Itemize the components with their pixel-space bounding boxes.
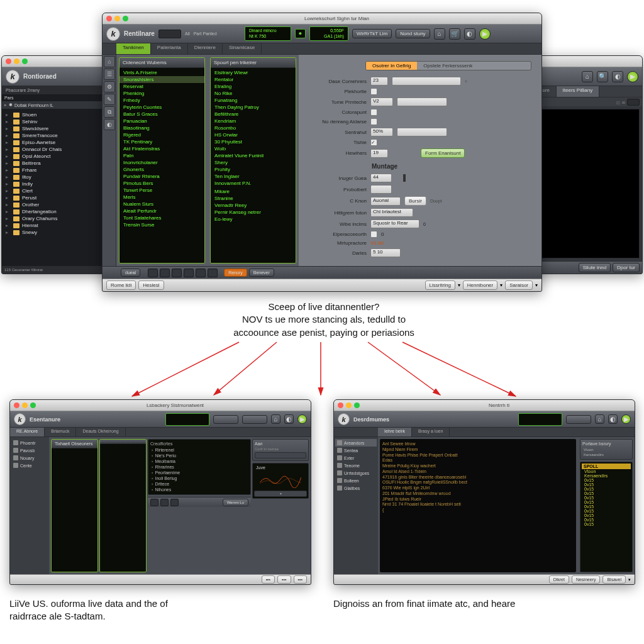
sb-r0[interactable]: Lissritring bbox=[425, 280, 455, 290]
col-right-list[interactable]: Eisitrary WiewrRentalorEtralingNo RikeFu… bbox=[211, 68, 296, 263]
close-icon[interactable] bbox=[106, 16, 112, 21]
inp-f1[interactable]: 23 bbox=[370, 77, 388, 86]
bgr-btn-0[interactable]: Sliute innd bbox=[579, 263, 611, 272]
inp-f1b[interactable] bbox=[392, 77, 461, 86]
bl-sidebar[interactable]: PhoentrPavosbNouaryCente bbox=[10, 437, 49, 574]
col-left-list[interactable]: Vints A.FriseireSnorashislersReservatPhe… bbox=[119, 68, 204, 263]
clist-left-item[interactable]: Trensin Surse bbox=[119, 221, 204, 228]
inp-f6b[interactable] bbox=[397, 128, 447, 136]
clist-left-item[interactable]: Batur S Graces bbox=[119, 111, 204, 118]
inp-f3[interactable]: V2 bbox=[370, 97, 393, 106]
bl-tb[interactable] bbox=[160, 499, 169, 506]
br-side-item[interactable]: Exter bbox=[335, 454, 377, 462]
clist-right-item[interactable]: Pernir Kanseg netrer bbox=[211, 209, 296, 216]
clist-right-item[interactable]: Innovament P.N. bbox=[211, 180, 296, 187]
bl-dropdown[interactable]: ▾ bbox=[254, 491, 307, 497]
bl-side-item[interactable]: Phoentr bbox=[11, 439, 48, 447]
bl-colA-list[interactable] bbox=[52, 448, 97, 572]
bl-list-item[interactable]: ▪Nihones bbox=[150, 487, 248, 492]
bl-colA-item[interactable] bbox=[52, 474, 97, 475]
strip-icon[interactable]: ⌂ bbox=[104, 56, 115, 67]
br-hist-item[interactable]: Vtoon bbox=[582, 469, 631, 474]
clist-left-item[interactable]: Phenking bbox=[119, 90, 204, 97]
bgr-tab-2[interactable]: Iteers PiBany bbox=[557, 86, 600, 97]
chk-f7[interactable]: ✓ bbox=[370, 139, 377, 146]
br-sb-1[interactable]: Nesineery bbox=[572, 575, 601, 584]
br-bulb-icon[interactable]: ◐ bbox=[608, 414, 618, 424]
bl-tbtn[interactable]: Wemm Lu bbox=[223, 499, 248, 506]
br-play-icon[interactable]: ▶ bbox=[621, 414, 631, 424]
br-side-item[interactable]: Glalibes bbox=[335, 484, 377, 492]
chk-f5[interactable] bbox=[370, 118, 377, 125]
br-sidebar[interactable]: AreandorsSenteaExterTeeomeUrrtedstgoesBo… bbox=[334, 437, 378, 574]
clist-right-item[interactable]: Wolb bbox=[211, 145, 296, 152]
tb-3[interactable] bbox=[172, 269, 182, 277]
clist-right-item[interactable]: Funatrang bbox=[211, 97, 296, 104]
br-side-item[interactable]: Urrtedstgoes bbox=[335, 469, 377, 477]
main-tab-1[interactable]: Palierianta bbox=[151, 43, 188, 54]
clist-left-item[interactable]: Inonvricholaner bbox=[119, 159, 204, 166]
bl-list-item[interactable]: ▪Drttece bbox=[150, 481, 248, 487]
inp-g5[interactable]: Squosir to Rear bbox=[370, 219, 419, 228]
clist-right-item[interactable]: Eo-lewy bbox=[211, 216, 296, 223]
bl-sb-2[interactable]: ▪▪▪ bbox=[294, 575, 307, 584]
clist-right-item[interactable]: Vernadtr Reey bbox=[211, 202, 296, 209]
clist-left-item[interactable]: Rigered bbox=[119, 131, 204, 138]
clist-left-item[interactable]: Merls bbox=[119, 194, 204, 201]
clist-right-item[interactable]: Stranine bbox=[211, 195, 296, 202]
inp-g4[interactable]: Chl briaotest bbox=[370, 208, 413, 217]
clist-right-item[interactable]: Prohity bbox=[211, 166, 296, 173]
clist-right-item[interactable]: Rentalor bbox=[211, 76, 296, 83]
br-hist-item[interactable]: 0v15 bbox=[582, 478, 631, 482]
sb-l1[interactable]: Heslesl bbox=[138, 280, 164, 290]
bgr-search-icon[interactable]: 🔍 bbox=[597, 71, 608, 82]
clist-right-item[interactable]: Befilithrare bbox=[211, 111, 296, 118]
tb-5[interactable] bbox=[196, 269, 206, 277]
bl-sb-0[interactable]: ▪▪▪ bbox=[262, 575, 275, 584]
br-tab-0[interactable]: Iehre belrk bbox=[378, 428, 412, 436]
clist-left-item[interactable]: Frihedy bbox=[119, 97, 204, 104]
br-hbtn[interactable] bbox=[566, 415, 591, 424]
bgr-home-icon[interactable]: ⌂ bbox=[582, 71, 593, 82]
bgr-btn-1[interactable]: Dpor tur bbox=[613, 263, 640, 272]
bgr-bulb-icon[interactable]: ◐ bbox=[612, 71, 623, 82]
clist-right-item[interactable]: Rosombo bbox=[211, 125, 296, 131]
form-tab-a[interactable]: Osotrer In Gefirig bbox=[366, 62, 417, 70]
clist-left-item[interactable]: Vints A.Friseire bbox=[119, 69, 204, 76]
minimize-icon[interactable] bbox=[114, 16, 120, 21]
clist-left-item[interactable]: Ghonerts bbox=[119, 166, 204, 173]
chk-f4[interactable] bbox=[370, 109, 377, 116]
clist-left-item[interactable]: Pimotus Bers bbox=[119, 180, 204, 187]
strip-icon[interactable]: ◐ bbox=[104, 119, 115, 130]
tb-6[interactable] bbox=[208, 269, 218, 277]
strip-icon[interactable]: ⚙ bbox=[104, 81, 115, 92]
bl-sb-1[interactable]: ▪▪▪ bbox=[277, 575, 291, 584]
br-hist-item[interactable]: 0v15 bbox=[582, 482, 631, 487]
strip-icon[interactable]: ⧉ bbox=[104, 106, 115, 118]
bl-colB-item[interactable] bbox=[100, 469, 146, 470]
browse-button[interactable]: Bursir bbox=[404, 196, 426, 206]
main-tab-0[interactable]: Tanikinen bbox=[116, 43, 151, 54]
bl-list-item[interactable]: ▪Inoli Beriug bbox=[150, 475, 248, 481]
br-hist-item[interactable]: 0v15 bbox=[582, 513, 631, 518]
bl-list-item[interactable]: ▪Meolbania bbox=[150, 458, 248, 464]
cart-icon[interactable]: 🛒 bbox=[449, 28, 460, 40]
clist-left-item[interactable]: Tsnwrt Perse bbox=[119, 187, 204, 194]
clist-right-item[interactable]: Amiratet Viune Funinil bbox=[211, 152, 296, 159]
clist-right-item[interactable]: Ten Inglaer bbox=[211, 173, 296, 180]
clist-left-item[interactable]: Blasotinang bbox=[119, 125, 204, 131]
home-icon[interactable]: ⌂ bbox=[434, 28, 445, 40]
hdr-btn-1[interactable]: Nond stuny bbox=[396, 29, 430, 38]
br-terminal[interactable]: Anl Sewee btrowNipnd Niem Firem Pome Hav… bbox=[380, 439, 576, 572]
br-side-item[interactable]: Teeome bbox=[335, 462, 377, 469]
br-hist-item[interactable]: 0v15 bbox=[582, 491, 631, 496]
br-tab-1[interactable]: Brasy a Ioen bbox=[412, 428, 450, 436]
clist-left-item[interactable]: Nualem Siurs bbox=[119, 201, 204, 208]
br-hist-item[interactable]: 0v15 bbox=[582, 496, 631, 500]
clist-left-item[interactable]: Reservat bbox=[119, 83, 204, 90]
bl-colB-list[interactable] bbox=[100, 444, 146, 572]
br-hist-item[interactable]: 0v15 bbox=[582, 500, 631, 504]
br-history-list[interactable]: VtoonKersaendirs0v150v150v150v150v150v15… bbox=[582, 469, 631, 570]
bl-list-item[interactable]: ▪Rirterenel bbox=[150, 447, 248, 453]
br-sb-0[interactable]: Dikret bbox=[549, 575, 569, 584]
